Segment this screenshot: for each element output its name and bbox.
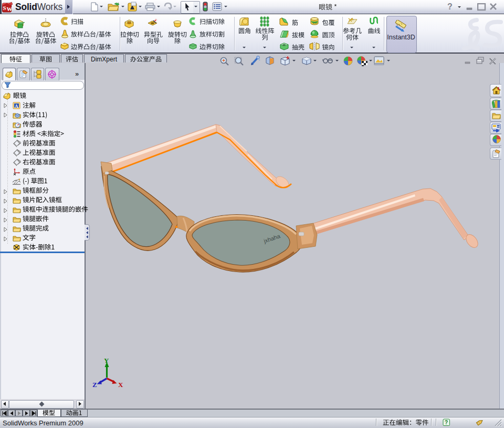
svg-text:Z: Z (92, 381, 97, 389)
svg-text:Y: Y (104, 357, 109, 364)
svg-text:?: ? (445, 420, 448, 425)
svg-text:X: X (118, 381, 123, 389)
svg-text:GD: GD (312, 21, 318, 24)
svg-text:A: A (15, 103, 18, 109)
svg-text:W: W (7, 6, 13, 12)
svg-text:jxhaha: jxhaha (262, 233, 281, 245)
svg-text:S: S (3, 5, 6, 11)
